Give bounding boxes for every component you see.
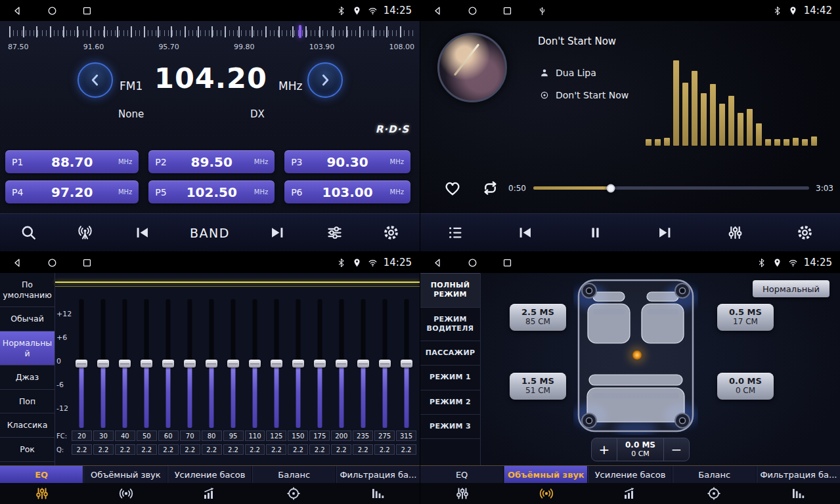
eq-slider-handle[interactable] (76, 360, 87, 368)
tune-down-button[interactable] (77, 62, 113, 98)
eq-slider-handle[interactable] (184, 360, 196, 368)
eq-slider-handle[interactable] (141, 360, 152, 368)
repeat-icon[interactable] (481, 178, 500, 198)
recents-square-icon[interactable] (81, 257, 93, 268)
eq-sliders-icon[interactable] (420, 483, 504, 504)
delay-decrease-button[interactable]: − (664, 438, 689, 461)
tab-eq[interactable]: EQ (0, 466, 83, 483)
preset-button-p6[interactable]: P6 103.00 MHz (284, 180, 410, 203)
eq-slider-handle[interactable] (292, 360, 304, 368)
pause-icon[interactable] (586, 224, 604, 242)
home-circle-icon[interactable] (467, 257, 478, 268)
previous-station-icon[interactable] (133, 224, 151, 242)
previous-track-icon[interactable] (516, 224, 534, 242)
filter-icon[interactable] (756, 483, 840, 504)
bass-boost-icon[interactable] (168, 483, 252, 504)
delay-front-left-button[interactable]: 2.5 MS 85 CM (510, 304, 566, 331)
home-circle-icon[interactable] (467, 5, 478, 16)
eq-slider-handle[interactable] (97, 360, 109, 368)
recents-square-icon[interactable] (502, 257, 513, 268)
eq-preset-item[interactable]: Нормальный (0, 331, 55, 366)
surround-mode-item[interactable]: ПОЛНЫЙ РЕЖИМ (420, 273, 480, 308)
surround-mode-item[interactable]: РЕЖИМ 2 (420, 390, 480, 415)
eq-slider-handle[interactable] (249, 360, 261, 368)
tab-surround[interactable]: Объёмный звук (83, 466, 167, 483)
back-icon[interactable] (12, 257, 23, 268)
eq-preset-item[interactable]: По умолчанию (0, 273, 55, 307)
eq-band-slider[interactable] (201, 299, 223, 428)
gear-icon[interactable] (382, 224, 400, 242)
surround-mode-item[interactable]: РЕЖИМ 1 (420, 366, 480, 390)
eq-preset-item[interactable]: Поп (0, 390, 55, 414)
back-icon[interactable] (432, 257, 443, 268)
surround-mode-item[interactable]: РЕЖИМ ВОДИТЕЛЯ (420, 308, 480, 342)
frequency-scale[interactable] (9, 26, 413, 38)
home-circle-icon[interactable] (47, 5, 58, 16)
recents-square-icon[interactable] (81, 5, 93, 16)
progress-knob[interactable] (606, 184, 615, 192)
preset-button-p1[interactable]: P1 88.70 MHz (5, 150, 139, 173)
tab-filter[interactable]: Фильтрация ба... (336, 466, 420, 483)
gear-icon[interactable] (796, 224, 814, 242)
eq-slider-handle[interactable] (357, 360, 369, 368)
eq-band-slider[interactable] (223, 299, 244, 428)
eq-sliders-icon[interactable] (0, 483, 84, 504)
eq-band-slider[interactable] (179, 299, 201, 428)
eq-slider-handle[interactable] (271, 360, 282, 368)
next-track-icon[interactable] (656, 224, 674, 242)
band-button[interactable]: BAND (190, 226, 230, 240)
surround-mode-item[interactable]: РЕЖИМ 3 (420, 415, 480, 439)
tab-eq[interactable]: EQ (420, 466, 504, 483)
eq-preset-item[interactable]: Рок (0, 438, 55, 462)
tab-balance[interactable]: Баланс (252, 466, 336, 483)
favorite-heart-icon[interactable] (443, 178, 462, 198)
eq-band-slider[interactable] (287, 299, 309, 428)
eq-slider-handle[interactable] (314, 360, 326, 368)
delay-increase-button[interactable]: + (592, 438, 617, 461)
eq-sliders-icon[interactable] (726, 224, 744, 242)
eq-band-slider[interactable] (244, 299, 266, 428)
eq-band-slider[interactable] (309, 299, 330, 428)
tune-up-button[interactable] (307, 62, 343, 98)
preset-button-p2[interactable]: P2 89.50 MHz (148, 150, 275, 173)
progress-bar[interactable] (533, 186, 809, 190)
back-icon[interactable] (12, 5, 23, 16)
broadcast-tower-icon[interactable] (76, 224, 94, 242)
tab-filter[interactable]: Фильтрация ба... (757, 466, 840, 483)
eq-slider-handle[interactable] (162, 360, 174, 368)
filter-icon[interactable] (336, 483, 420, 504)
eq-band-slider[interactable] (395, 299, 417, 428)
home-circle-icon[interactable] (47, 257, 58, 268)
delay-rear-left-button[interactable]: 1.5 MS 51 CM (510, 373, 566, 400)
balance-icon[interactable] (252, 483, 336, 504)
sound-preset-button[interactable]: Нормальный (753, 280, 829, 297)
preset-button-p4[interactable]: P4 97.20 MHz (5, 180, 139, 203)
delay-front-right-button[interactable]: 0.5 MS 17 CM (717, 304, 774, 331)
surround-mode-item[interactable]: ПАССАЖИР (420, 341, 480, 366)
eq-band-slider[interactable] (71, 299, 93, 428)
back-icon[interactable] (432, 5, 443, 16)
eq-band-slider[interactable] (93, 299, 114, 428)
eq-slider-handle[interactable] (227, 360, 239, 368)
eq-preset-item[interactable]: Обычай (0, 307, 55, 331)
eq-slider-handle[interactable] (336, 360, 347, 368)
eq-band-slider[interactable] (352, 299, 374, 428)
preset-button-p3[interactable]: P3 90.30 MHz (284, 150, 410, 173)
eq-band-slider[interactable] (114, 299, 136, 428)
next-station-icon[interactable] (269, 224, 286, 242)
eq-band-slider[interactable] (158, 299, 179, 428)
eq-slider-handle[interactable] (206, 360, 217, 368)
search-icon[interactable] (20, 224, 37, 242)
tab-surround[interactable]: Объёмный звук (504, 466, 588, 483)
eq-band-slider[interactable] (136, 299, 158, 428)
tab-bass-boost[interactable]: Усиление басов (588, 466, 672, 483)
audio-settings-sliders-icon[interactable] (326, 224, 343, 242)
bass-boost-icon[interactable] (588, 483, 673, 504)
eq-preset-item[interactable]: Джаз (0, 366, 55, 390)
preset-button-p5[interactable]: P5 102.50 MHz (148, 180, 275, 203)
eq-slider-handle[interactable] (401, 360, 412, 368)
eq-slider-handle[interactable] (119, 360, 131, 368)
balance-icon[interactable] (672, 483, 756, 504)
eq-band-slider[interactable] (265, 299, 287, 428)
tab-balance[interactable]: Баланс (673, 466, 757, 483)
